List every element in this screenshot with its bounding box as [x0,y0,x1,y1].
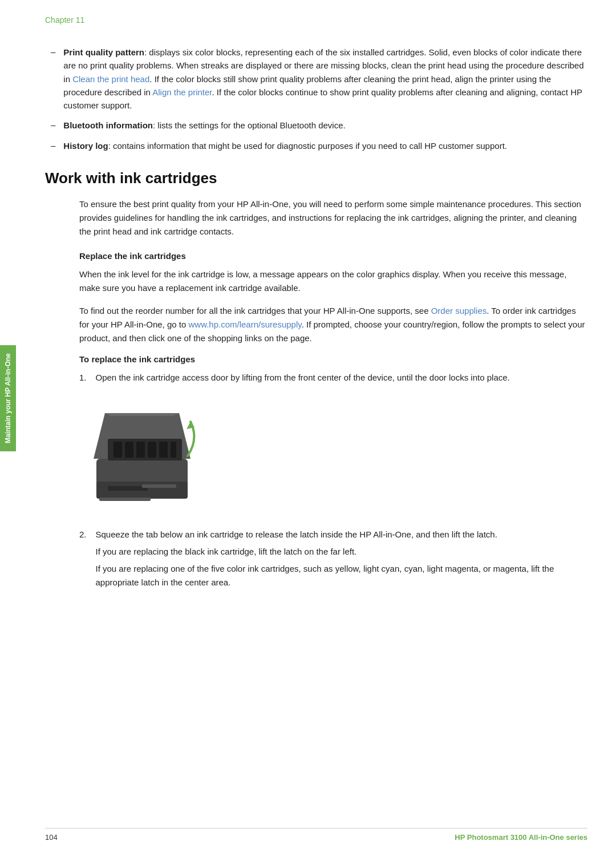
svg-rect-3 [99,498,151,501]
step-2-text: Squeeze the tab below an ink cartridge t… [96,528,587,541]
svg-rect-8 [125,442,133,458]
footer: 104 HP Photosmart 3100 All-in-One series [45,828,587,842]
term-print-quality: Print quality pattern [63,47,144,57]
printer-illustration [79,396,205,512]
svg-rect-13 [142,484,176,488]
intro-paragraph: To ensure the best print quality from yo… [45,197,587,238]
list-item: – History log: contains information that… [45,139,587,152]
list-item: – Print quality pattern: displays six co… [45,46,587,112]
main-content: – Print quality pattern: displays six co… [45,46,587,819]
svg-rect-11 [159,442,168,458]
link-align-printer[interactable]: Align the printer [152,87,212,97]
side-tab: Maintain your HP All-in-One [0,345,16,451]
step-2-content: Squeeze the tab below an ink cartridge t… [96,528,587,589]
replace-heading: Replace the ink cartridges [45,251,587,261]
step-2: 2. Squeeze the tab below an ink cartridg… [79,528,587,589]
printer-svg [79,396,205,510]
replace-para2: To find out the reorder number for all t… [45,304,587,345]
svg-rect-7 [114,442,122,458]
term-bluetooth: Bluetooth information [63,120,153,130]
replace-para1: When the ink level for the ink cartridge… [45,268,587,295]
bullet-text: Bluetooth information: lists the setting… [63,119,345,132]
numbered-list-2: 2. Squeeze the tab below an ink cartridg… [45,528,587,589]
footer-page: 104 [45,833,58,842]
link-clean-print-head[interactable]: Clean the print head [72,74,149,84]
numbered-list: 1. Open the ink cartridge access door by… [45,371,587,385]
svg-rect-9 [136,442,145,458]
term-history-log: History log [63,141,108,151]
bullet-dash: – [51,46,55,59]
bullet-list: – Print quality pattern: displays six co… [45,46,587,152]
svg-rect-10 [148,442,156,458]
step-1: 1. Open the ink cartridge access door by… [79,371,587,385]
step-1-num: 1. [79,371,87,385]
bullet-text: History log: contains information that m… [63,139,507,152]
chapter-label: Chapter 11 [45,15,84,25]
step-2-cont1: If you are replacing the black ink cartr… [96,545,587,559]
bullet-dash: – [51,119,55,132]
list-item: – Bluetooth information: lists the setti… [45,119,587,132]
svg-rect-2 [108,486,148,491]
step-2-cont2: If you are replacing one of the five col… [96,562,587,589]
page-container: Chapter 11 Maintain your HP All-in-One –… [0,0,616,853]
printer-image-container [45,396,587,512]
footer-product: HP Photosmart 3100 All-in-One series [455,833,587,842]
link-order-supplies[interactable]: Order supplies [431,306,487,316]
bullet-dash: – [51,139,55,152]
link-suresupply[interactable]: www.hp.com/learn/suresupply [188,320,301,329]
svg-rect-12 [171,442,176,458]
side-tab-wrapper: Maintain your HP All-in-One [0,341,16,455]
bullet-text: Print quality pattern: displays six colo… [63,46,587,112]
step-2-num: 2. [79,528,87,541]
svg-marker-5 [105,413,179,416]
section-title: Work with ink cartridges [45,169,587,187]
step-1-text: Open the ink cartridge access door by li… [96,371,510,385]
sub-heading-replace: To replace the ink cartridges [45,354,587,364]
